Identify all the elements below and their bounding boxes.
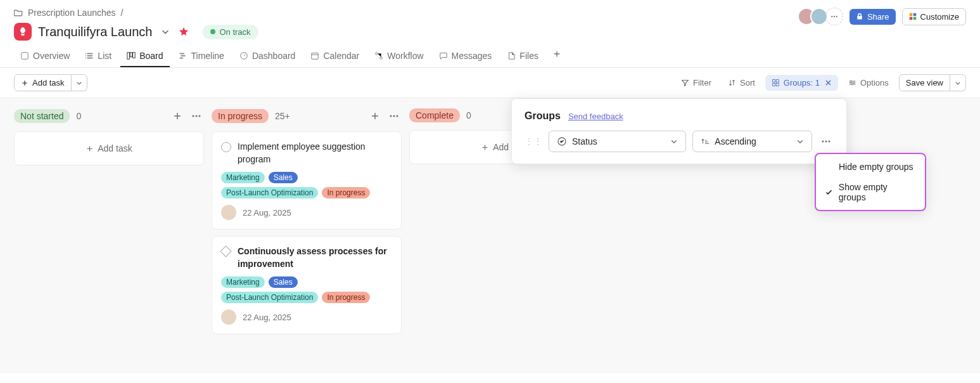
- tab-messages[interactable]: Messages: [433, 46, 499, 67]
- svg-rect-15: [772, 80, 775, 82]
- tab-files[interactable]: Files: [500, 46, 545, 67]
- add-task-dropdown[interactable]: [72, 74, 87, 91]
- grid-icon: [909, 13, 917, 20]
- tag[interactable]: In progress: [322, 187, 370, 198]
- svg-rect-6: [913, 17, 916, 20]
- sort-label: Sort: [740, 78, 755, 88]
- tab-timeline[interactable]: Timeline: [172, 46, 231, 67]
- save-view-dropdown[interactable]: [950, 74, 966, 91]
- add-task-text: Add task: [98, 143, 132, 153]
- tag[interactable]: Sales: [269, 172, 298, 183]
- options-button[interactable]: Options: [842, 75, 895, 91]
- assignee-avatar[interactable]: [221, 309, 236, 325]
- show-empty-groups-item[interactable]: Show empty groups: [816, 177, 925, 207]
- task-card[interactable]: Implement employee suggestion program Ma…: [212, 131, 402, 230]
- share-label: Share: [867, 12, 889, 22]
- groups-button[interactable]: Groups: 1: [765, 75, 838, 91]
- tab-calendar[interactable]: Calendar: [304, 46, 366, 67]
- assignee-avatar[interactable]: [221, 205, 236, 220]
- tag[interactable]: Post-Launch Optimization: [221, 187, 318, 198]
- svg-point-1: [834, 16, 835, 17]
- hide-empty-groups-item[interactable]: Hide empty groups: [816, 157, 925, 177]
- menu-label: Show empty groups: [839, 182, 916, 202]
- svg-rect-17: [772, 83, 775, 86]
- svg-point-2: [836, 16, 837, 17]
- sort-direction-select[interactable]: Ascending: [692, 131, 812, 152]
- close-icon: [825, 79, 832, 86]
- column-add-button[interactable]: [367, 108, 383, 124]
- options-icon: [848, 79, 856, 87]
- groups-popover: Groups Send feedback ⋮⋮ Status Ascending: [511, 98, 847, 164]
- column-pill[interactable]: Not started: [14, 109, 70, 123]
- column-more-button[interactable]: [189, 108, 204, 124]
- svg-point-26: [393, 115, 395, 117]
- member-avatars[interactable]: [803, 8, 843, 25]
- popover-more-button[interactable]: [818, 134, 834, 149]
- column-pill[interactable]: Complete: [409, 108, 460, 122]
- project-icon: [14, 23, 32, 41]
- customize-button[interactable]: Customize: [902, 8, 966, 25]
- add-task-placeholder[interactable]: Add task: [14, 131, 204, 166]
- svg-point-30: [825, 141, 827, 143]
- plus-icon: [86, 145, 94, 153]
- column-more-button[interactable]: [386, 108, 402, 124]
- tab-board[interactable]: Board: [120, 46, 169, 67]
- tab-label: List: [98, 51, 111, 61]
- task-card[interactable]: Continuously assess processes for improv…: [212, 236, 402, 334]
- tag[interactable]: In progress: [322, 292, 370, 303]
- svg-point-31: [829, 141, 830, 143]
- add-task-button[interactable]: Add task: [14, 74, 72, 91]
- clear-groups-button[interactable]: [825, 79, 832, 86]
- svg-rect-9: [130, 53, 132, 57]
- tab-dashboard[interactable]: Dashboard: [233, 46, 302, 67]
- add-tab-button[interactable]: [547, 46, 566, 67]
- plus-icon: [481, 143, 489, 152]
- ellipsis-icon: [821, 136, 831, 146]
- status-dot-icon: [210, 29, 215, 34]
- tab-workflow[interactable]: Workflow: [368, 46, 430, 67]
- save-view-button[interactable]: Save view: [899, 74, 950, 91]
- tab-list[interactable]: List: [79, 46, 118, 67]
- svg-point-21: [851, 84, 852, 85]
- tag[interactable]: Marketing: [221, 276, 265, 288]
- complete-checkbox[interactable]: [221, 142, 231, 152]
- sort-button[interactable]: Sort: [722, 75, 761, 91]
- tab-label: Overview: [33, 51, 70, 61]
- tab-label: Board: [139, 51, 163, 61]
- favorite-button[interactable]: [179, 27, 189, 37]
- save-view-label: Save view: [906, 78, 943, 88]
- send-feedback-link[interactable]: Send feedback: [568, 112, 623, 121]
- more-members-button[interactable]: [825, 8, 843, 25]
- svg-rect-12: [312, 53, 319, 60]
- sort-direction-value: Ascending: [715, 136, 756, 146]
- filter-button[interactable]: Filter: [675, 75, 718, 91]
- tag[interactable]: Sales: [269, 276, 298, 288]
- plus-icon: [172, 111, 182, 121]
- customize-label: Customize: [920, 12, 959, 22]
- column-in-progress: In progress 25+ Implement employee sugge…: [212, 108, 402, 363]
- breadcrumb-parent[interactable]: Prescription Launches: [28, 8, 116, 18]
- column-add-button[interactable]: [170, 108, 185, 124]
- project-title: Tranquilifyra Launch: [38, 25, 152, 39]
- filter-icon: [681, 79, 689, 87]
- drag-handle-icon[interactable]: ⋮⋮: [525, 136, 542, 146]
- svg-rect-5: [909, 17, 912, 20]
- tab-label: Messages: [452, 51, 492, 61]
- share-button[interactable]: Share: [850, 9, 896, 25]
- svg-point-24: [199, 115, 201, 117]
- status-badge[interactable]: On track: [203, 25, 258, 39]
- svg-rect-4: [913, 13, 916, 16]
- plus-icon: [552, 49, 561, 58]
- project-dropdown-button[interactable]: [158, 25, 172, 39]
- svg-point-25: [390, 115, 392, 117]
- group-by-value: Status: [572, 136, 597, 146]
- ascending-icon: [701, 137, 710, 146]
- tag[interactable]: Marketing: [221, 172, 265, 183]
- group-by-select[interactable]: Status: [549, 131, 686, 152]
- svg-rect-10: [133, 53, 136, 58]
- groups-label: Groups: 1: [784, 78, 820, 88]
- tab-overview[interactable]: Overview: [14, 46, 76, 67]
- milestone-icon[interactable]: [220, 245, 231, 257]
- tag[interactable]: Post-Launch Optimization: [221, 292, 318, 303]
- column-pill[interactable]: In progress: [212, 109, 269, 123]
